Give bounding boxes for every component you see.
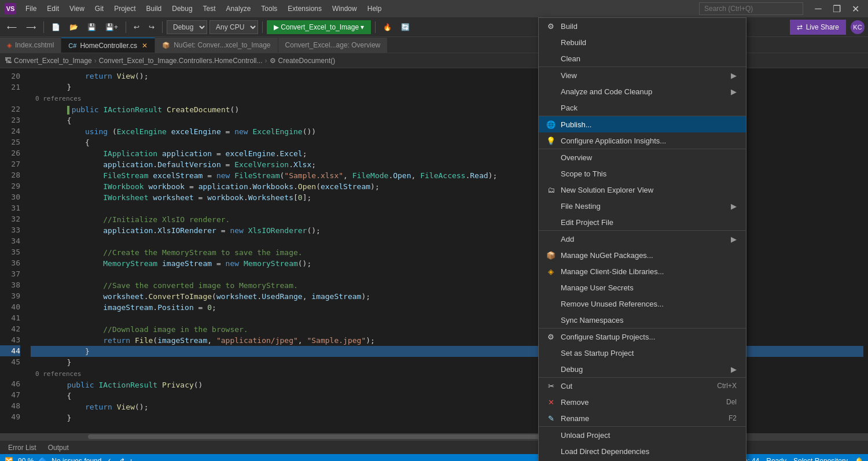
menu-git[interactable]: Git xyxy=(90,3,108,14)
ctx-item-publish[interactable]: 🌐 Publish... xyxy=(539,116,746,132)
ctx-item-build[interactable]: ⚙ Build xyxy=(539,18,746,34)
ctx-label-manage-nuget: Manage NuGet Packages... xyxy=(561,251,737,260)
view-arrow: ▶ xyxy=(731,71,737,80)
status-right: Ln: 44 Ready Select Repository 🔔 xyxy=(740,457,863,461)
tab-overview[interactable]: Convert_Excel...age: Overview xyxy=(278,38,388,53)
ctx-item-debug[interactable]: Debug ▶ xyxy=(539,361,746,377)
undo-button[interactable]: ↩ xyxy=(130,20,143,35)
minimize-button[interactable]: ─ xyxy=(810,2,826,15)
ctx-label-sync-ns: Sync Namespaces xyxy=(561,316,737,324)
redo-button[interactable]: ↪ xyxy=(145,20,158,35)
breadcrumb-member[interactable]: CreateDocument() xyxy=(278,57,336,65)
menu-tools[interactable]: Tools xyxy=(256,3,282,14)
close-button[interactable]: ✕ xyxy=(847,2,863,15)
menu-file[interactable]: File xyxy=(21,3,41,14)
back-button[interactable]: ⟵ xyxy=(3,20,20,35)
menu-edit[interactable]: Edit xyxy=(42,3,64,14)
ctx-item-manage-client[interactable]: ◈ Manage Client-Side Libraries... xyxy=(539,263,746,279)
breadcrumb-namespace[interactable]: Convert_Excel_to_Image.Controllers.HomeC… xyxy=(99,57,263,65)
open-button[interactable]: 📂 xyxy=(66,20,82,35)
live-share-button[interactable]: ⇄ Live Share xyxy=(790,20,846,35)
ctx-item-configure-startup[interactable]: ⚙ Configure Startup Projects... xyxy=(539,329,746,345)
menu-analyze[interactable]: Analyze xyxy=(222,3,256,14)
vs-logo: VS xyxy=(5,3,16,14)
rebuild-icon xyxy=(546,37,556,47)
ctx-item-rebuild[interactable]: Rebuild xyxy=(539,34,746,50)
scrollbar-thumb[interactable] xyxy=(88,434,608,439)
new-project-button[interactable]: 📄 xyxy=(48,20,64,35)
ctx-item-clean[interactable]: Clean xyxy=(539,50,746,67)
ctx-item-load-direct[interactable]: Load Direct Dependencies xyxy=(539,443,746,459)
search-input[interactable] xyxy=(699,2,803,15)
performance-button[interactable]: 🔥 xyxy=(380,20,395,35)
ctx-label-load-direct: Load Direct Dependencies xyxy=(561,447,737,456)
forward-button[interactable]: ⟶ xyxy=(23,20,39,35)
ctx-label-set-startup: Set as Startup Project xyxy=(561,349,737,357)
ctx-item-configure-insights[interactable]: 💡 Configure Application Insights... xyxy=(539,132,746,149)
context-menu-section-packages: Add ▶ 📦 Manage NuGet Packages... ◈ Manag… xyxy=(539,231,746,329)
ctx-item-edit-project[interactable]: Edit Project File xyxy=(539,214,746,230)
context-menu-section-load: Unload Project Load Direct Dependencies … xyxy=(539,427,746,461)
ctx-item-new-sol-view[interactable]: 🗂 New Solution Explorer View xyxy=(539,182,746,198)
error-list-tab[interactable]: Error List xyxy=(2,442,42,453)
toolbar-separator-3 xyxy=(162,21,163,33)
maximize-button[interactable]: ❐ xyxy=(829,2,845,15)
no-issues[interactable]: No issues found xyxy=(52,457,101,461)
scissors-icon: ✂ xyxy=(546,381,556,391)
status-check-icon: ✓ xyxy=(106,457,112,461)
ctx-item-overview[interactable]: Overview xyxy=(539,149,746,165)
save-button[interactable]: 💾 xyxy=(84,20,100,35)
sol-view-icon: 🗂 xyxy=(546,185,556,195)
menu-help[interactable]: Help xyxy=(363,3,387,14)
window-controls: ─ ❐ ✕ xyxy=(810,2,863,15)
output-tab[interactable]: Output xyxy=(42,442,75,453)
menu-test[interactable]: Test xyxy=(198,3,220,14)
ctx-item-sync-ns[interactable]: Sync Namespaces xyxy=(539,312,746,328)
ctx-item-pack[interactable]: Pack xyxy=(539,99,746,116)
ctx-label-manage-secrets: Manage User Secrets xyxy=(561,283,737,292)
ctx-item-set-startup[interactable]: Set as Startup Project xyxy=(539,345,746,361)
toolbar-separator-4 xyxy=(262,21,263,33)
ctx-label-build: Build xyxy=(561,22,737,31)
ctx-item-remove-unused[interactable]: Remove Unused References... xyxy=(539,296,746,312)
ctx-item-unload[interactable]: Unload Project xyxy=(539,427,746,443)
pack-icon xyxy=(546,102,556,113)
ctx-item-manage-secrets[interactable]: Manage User Secrets xyxy=(539,279,746,296)
analyze-icon xyxy=(546,86,556,97)
clean-icon xyxy=(546,53,556,64)
ctx-item-rename[interactable]: ✎ Rename F2 xyxy=(539,410,746,426)
save-all-button[interactable]: 💾+ xyxy=(102,20,122,35)
hot-reload-button[interactable]: 🔄 xyxy=(398,20,413,35)
menu-debug[interactable]: Debug xyxy=(167,3,197,14)
line-numbers: 20 21 22 23 24 25 26 27 28 29 30 31 32 3… xyxy=(0,68,26,433)
tab-homecontroller[interactable]: C# HomeController.cs ✕ xyxy=(61,38,155,53)
menu-view[interactable]: View xyxy=(65,3,89,14)
toolbar-separator-1 xyxy=(43,21,44,33)
menu-project[interactable]: Project xyxy=(109,3,140,14)
menu-window[interactable]: Window xyxy=(328,3,362,14)
context-menu: ⚙ Build Rebuild Clean View ▶ Analyze and… xyxy=(538,17,746,461)
menu-build[interactable]: Build xyxy=(142,3,167,14)
run-button[interactable]: ▶ Convert_Excel_to_Image ▾ xyxy=(267,20,371,34)
ctx-item-file-nesting[interactable]: File Nesting ▶ xyxy=(539,198,746,214)
ctx-item-view[interactable]: View ▶ xyxy=(539,67,746,83)
ctx-item-remove[interactable]: ✕ Remove Del xyxy=(539,394,746,410)
debug-config-dropdown[interactable]: Debug xyxy=(167,20,207,34)
ctx-item-manage-nuget[interactable]: 📦 Manage NuGet Packages... xyxy=(539,247,746,263)
breadcrumb-project[interactable]: Convert_Excel_to_Image xyxy=(14,57,92,65)
select-repo[interactable]: Select Repository xyxy=(793,457,848,461)
ctx-item-scope[interactable]: Scope to This xyxy=(539,165,746,182)
user-avatar[interactable]: KC xyxy=(851,20,865,34)
ctx-item-cut[interactable]: ✂ Cut Ctrl+X xyxy=(539,378,746,394)
git-icon: 🔀 xyxy=(5,457,13,461)
status-icon: 🔷 xyxy=(38,457,47,461)
tab-nuget[interactable]: 📦 NuGet: Conver...xcel_to_Image xyxy=(155,38,278,53)
ctx-item-analyze[interactable]: Analyze and Code Cleanup ▶ xyxy=(539,83,746,99)
tab-index-cshtml[interactable]: ◈ Index.cshtml xyxy=(0,38,61,53)
toolbar-separator-2 xyxy=(126,21,126,33)
ctx-label-add: Add xyxy=(561,235,726,244)
debug-icon xyxy=(546,364,556,374)
platform-dropdown[interactable]: Any CPU xyxy=(209,20,258,34)
ctx-item-add[interactable]: Add ▶ xyxy=(539,231,746,247)
menu-extensions[interactable]: Extensions xyxy=(283,3,326,14)
